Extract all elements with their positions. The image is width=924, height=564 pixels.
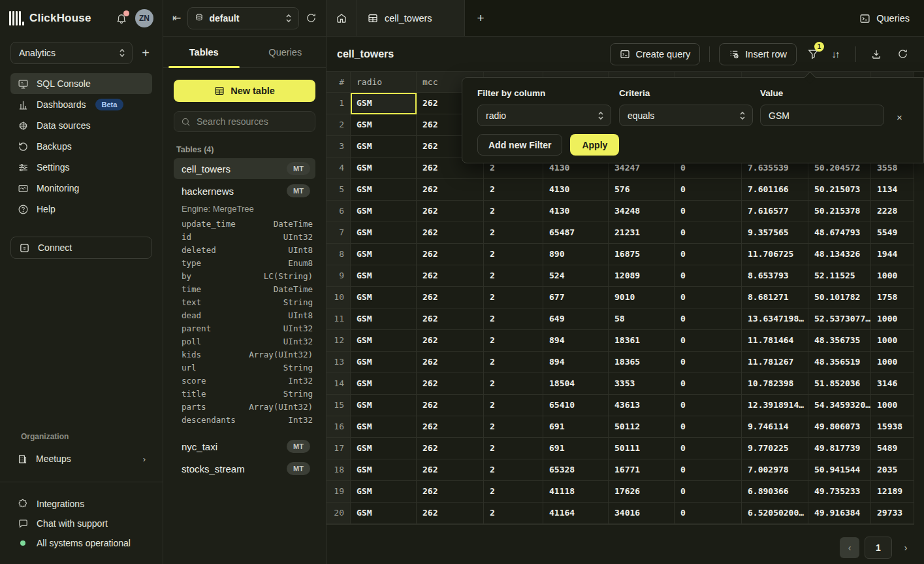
table-item-stocks-stream[interactable]: stocks_stream MT (174, 458, 315, 479)
grid-cell[interactable]: 262 (417, 373, 484, 395)
grid-cell[interactable]: 1000 (871, 308, 914, 330)
grid-cell[interactable]: 0 (675, 352, 742, 373)
grid-cell[interactable]: 18504 (543, 373, 609, 395)
grid-cell[interactable]: 2 (484, 222, 543, 244)
grid-cell[interactable]: 8.681271 (742, 287, 808, 308)
grid-cell[interactable]: 49.916384 (808, 503, 871, 524)
grid-cell[interactable]: 262 (417, 330, 484, 352)
insert-row-button[interactable]: Insert row (719, 43, 797, 65)
sidebar-item-chat-support[interactable]: Chat with support (10, 514, 152, 533)
grid-cell[interactable]: 1758 (871, 287, 914, 308)
create-query-button[interactable]: Create query (610, 43, 701, 65)
grid-cell[interactable]: 2 (484, 503, 543, 524)
grid-cell[interactable]: 13.6347198… (742, 308, 808, 330)
sidebar-item-dashboards[interactable]: Dashboards Beta (10, 94, 152, 115)
grid-cell[interactable]: 11.781267 (742, 352, 808, 373)
grid-cell[interactable]: 262 (417, 438, 484, 459)
grid-cell[interactable]: 11.781464 (742, 330, 808, 352)
grid-cell[interactable]: 8.653793 (742, 265, 808, 287)
grid-cell[interactable]: 2035 (871, 459, 914, 481)
grid-cell[interactable]: 1944 (871, 244, 914, 265)
grid-cell[interactable]: 65328 (543, 459, 609, 481)
grid-cell[interactable]: 50112 (609, 416, 675, 438)
grid-cell[interactable]: 43613 (609, 395, 675, 416)
prev-page-button[interactable]: ‹ (840, 537, 859, 558)
refresh-button[interactable] (891, 43, 914, 65)
grid-cell[interactable]: 262 (417, 503, 484, 524)
database-select[interactable]: default (187, 7, 299, 29)
grid-cell[interactable]: 2 (484, 352, 543, 373)
column-header[interactable]: radio (351, 72, 417, 93)
grid-cell[interactable]: 34016 (609, 503, 675, 524)
grid-cell[interactable]: 2 (484, 459, 543, 481)
apply-filter-button[interactable]: Apply (570, 134, 619, 156)
sidebar-item-settings[interactable]: Settings (10, 157, 152, 178)
grid-cell[interactable]: 0 (675, 438, 742, 459)
grid-cell[interactable]: 691 (543, 416, 609, 438)
sidebar-item-sql-console[interactable]: SQL Console (10, 73, 152, 94)
home-tab[interactable] (327, 0, 357, 36)
grid-cell[interactable]: 649 (543, 308, 609, 330)
table-item-cell-towers[interactable]: cell_towers MT (174, 158, 315, 179)
notifications-button[interactable] (116, 12, 127, 24)
grid-cell[interactable]: 262 (417, 265, 484, 287)
grid-cell[interactable]: 52.5373077… (808, 308, 871, 330)
connect-button[interactable]: Connect (10, 237, 152, 259)
grid-cell[interactable]: 7.616577 (742, 201, 808, 222)
grid-cell[interactable]: 12189 (871, 481, 914, 503)
grid-cell[interactable]: 16875 (609, 244, 675, 265)
grid-cell[interactable]: 0 (675, 222, 742, 244)
grid-cell[interactable]: 9.357565 (742, 222, 808, 244)
grid-cell[interactable]: 2 (484, 330, 543, 352)
grid-cell[interactable]: 7.601166 (742, 179, 808, 201)
grid-cell[interactable]: 3353 (609, 373, 675, 395)
grid-cell[interactable]: 5549 (871, 222, 914, 244)
grid-cell[interactable]: 4130 (543, 201, 609, 222)
tab-queries[interactable]: Queries (245, 37, 327, 67)
grid-cell[interactable]: 49.735233 (808, 481, 871, 503)
grid-cell[interactable]: 262 (417, 287, 484, 308)
grid-cell[interactable]: 65410 (543, 395, 609, 416)
grid-cell[interactable]: 48.356735 (808, 330, 871, 352)
grid-cell[interactable]: 2 (484, 438, 543, 459)
filter-button[interactable]: 1 (802, 43, 824, 65)
grid-cell[interactable]: 0 (675, 308, 742, 330)
grid-cell[interactable]: 54.3459320… (808, 395, 871, 416)
download-button[interactable] (865, 43, 887, 65)
grid-cell[interactable]: 16771 (609, 459, 675, 481)
grid-cell[interactable]: 2 (484, 201, 543, 222)
grid-cell[interactable]: 50.215378 (808, 201, 871, 222)
grid-cell[interactable]: 58 (609, 308, 675, 330)
grid-cell[interactable]: 0 (675, 416, 742, 438)
remove-filter-button[interactable]: × (897, 112, 902, 123)
grid-cell[interactable]: 691 (543, 438, 609, 459)
search-input[interactable]: Search resources (174, 111, 315, 132)
grid-cell[interactable]: 262 (417, 201, 484, 222)
grid-cell[interactable]: 49.806073 (808, 416, 871, 438)
workspace-select[interactable]: Analytics (10, 42, 133, 64)
grid-cell[interactable]: 2 (484, 481, 543, 503)
grid-cell[interactable]: GSM (351, 93, 417, 114)
table-item-nyc-taxi[interactable]: nyc_taxi MT (174, 436, 315, 457)
sidebar-item-help[interactable]: Help (10, 199, 152, 220)
grid-cell[interactable]: 262 (417, 244, 484, 265)
new-tab-button[interactable]: + (465, 0, 496, 36)
grid-cell[interactable]: 2 (484, 244, 543, 265)
queries-button[interactable]: Queries (859, 0, 910, 37)
grid-cell[interactable]: 0 (675, 244, 742, 265)
grid-cell[interactable]: 50.941544 (808, 459, 871, 481)
table-item-hackernews[interactable]: hackernews MT (174, 180, 315, 201)
next-page-button[interactable]: › (897, 537, 914, 558)
grid-cell[interactable]: GSM (351, 158, 417, 179)
grid-cell[interactable]: 0 (675, 179, 742, 201)
current-page[interactable]: 1 (865, 537, 892, 559)
grid-cell[interactable]: 11.706725 (742, 244, 808, 265)
grid-cell[interactable]: 1000 (871, 352, 914, 373)
grid-cell[interactable]: GSM (351, 265, 417, 287)
sort-button[interactable]: ↓↑ (824, 43, 846, 65)
grid-cell[interactable]: 894 (543, 352, 609, 373)
sidebar-item-meetups[interactable]: Meetups › (10, 448, 152, 469)
grid-cell[interactable]: GSM (351, 179, 417, 201)
grid-cell[interactable]: 4130 (543, 179, 609, 201)
new-table-button[interactable]: New table (174, 80, 315, 102)
